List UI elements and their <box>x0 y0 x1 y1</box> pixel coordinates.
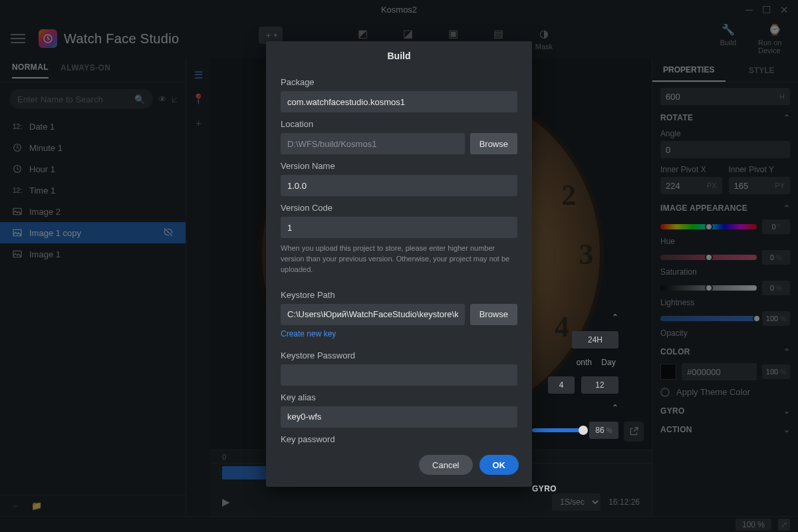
time-format-peek: 24H <box>572 331 618 348</box>
dialog-title: Build <box>266 41 532 70</box>
version-code-label: Version Code <box>281 203 517 213</box>
gyro-peek-label: GYRO <box>532 484 618 493</box>
keystore-path-input[interactable] <box>281 304 465 325</box>
peek-slider-value: 86% <box>589 422 618 439</box>
package-label: Package <box>281 77 517 87</box>
keystore-path-label: Keystore Path <box>281 290 517 300</box>
browse-keystore-button[interactable]: Browse <box>470 304 517 325</box>
keystore-password-input[interactable] <box>281 364 517 386</box>
build-dialog: Build Package Location Browse Version Na… <box>266 41 532 487</box>
version-name-label: Version Name <box>281 161 517 171</box>
peek-slider-track <box>532 428 584 432</box>
create-new-key-link[interactable]: Create new key <box>281 329 336 338</box>
version-hint: When you upload this project to store, p… <box>281 243 517 275</box>
location-label: Location <box>281 119 517 129</box>
month-label-peek: onth <box>577 358 592 367</box>
package-input[interactable] <box>281 91 517 112</box>
key-alias-label: Key alias <box>281 392 517 402</box>
ok-button[interactable]: OK <box>479 455 519 475</box>
keystore-password-label: Keystore Password <box>281 350 517 360</box>
background-settings-peek: ⌃ 24H onth Day 4 12 ⌃ 86% GYRO <box>532 313 618 493</box>
day-label-peek: Day <box>598 358 618 367</box>
version-name-input[interactable] <box>281 175 517 196</box>
key-alias-input[interactable] <box>281 406 517 428</box>
key-password-label: Key password <box>281 434 517 444</box>
chevron-up-icon: ⌃ <box>612 313 618 322</box>
chevron-up-icon: ⌃ <box>612 403 618 412</box>
month-value-peek: 4 <box>548 376 575 394</box>
browse-location-button[interactable]: Browse <box>470 133 517 154</box>
day-value-peek: 12 <box>581 376 618 394</box>
location-input[interactable] <box>281 133 465 154</box>
cancel-button[interactable]: Cancel <box>419 455 472 475</box>
version-code-input[interactable] <box>281 217 517 238</box>
